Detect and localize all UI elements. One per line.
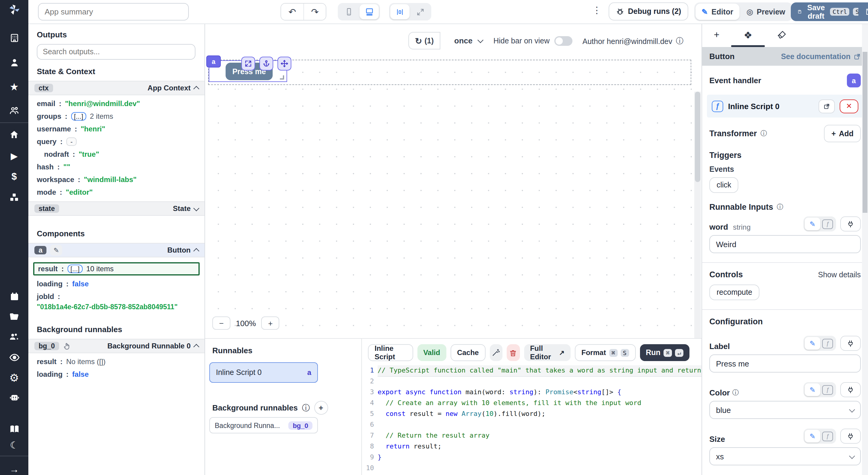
home-icon[interactable] (0, 129, 28, 140)
star-icon[interactable]: ★ (0, 82, 28, 93)
info-icon[interactable]: ⓘ (302, 402, 310, 413)
people-icon[interactable] (0, 105, 28, 116)
show-details-link[interactable]: Show details (818, 270, 861, 279)
code-area[interactable]: 12345678910 // TypeScript function calle… (362, 365, 702, 475)
ai-wand-button[interactable] (490, 344, 502, 361)
cache-button[interactable]: Cache (450, 344, 485, 361)
component-id-tag[interactable]: a (206, 56, 221, 68)
ctx-row-groups[interactable]: groups:[...]2 items (28, 112, 205, 121)
connect-plug-button[interactable] (840, 382, 861, 397)
undo-button[interactable]: ↶ (281, 4, 303, 20)
info-icon[interactable]: ⓘ (777, 203, 783, 212)
eval-mode-button[interactable]: ƒ (822, 431, 833, 441)
run-button[interactable]: Run ⌘↵ (640, 344, 689, 361)
background-runnable-item[interactable]: Background Runna... bg_0 (209, 417, 318, 433)
more-options-icon[interactable]: ⋮ (592, 5, 601, 16)
move-handle[interactable] (277, 57, 291, 71)
eval-mode-button[interactable]: ƒ (822, 219, 833, 229)
calendar-icon[interactable] (0, 291, 28, 302)
ctx-row-email[interactable]: email:"henri@windmill.dev" (28, 99, 205, 108)
person-icon[interactable] (0, 57, 28, 69)
deploy-button[interactable]: Deploy (858, 2, 868, 21)
app-summary-input[interactable] (38, 3, 189, 21)
building-icon[interactable] (0, 33, 28, 44)
tab-insert[interactable]: + (705, 24, 728, 46)
hide-bar-toggle[interactable] (554, 36, 572, 46)
click-event-pill[interactable]: click (709, 177, 739, 193)
window-scrollbar[interactable] (862, 24, 868, 475)
expand-array-chip[interactable]: [...] (71, 112, 86, 121)
bg0-result-row[interactable]: result:No items ([]) (28, 358, 205, 366)
bg0-loading-row[interactable]: loading:false (28, 370, 205, 379)
collapse-icon[interactable] (193, 248, 199, 254)
button-jobid-value[interactable]: "018b1a4e-62c7-db5b-8578-852ab8049511" (28, 303, 205, 310)
static-mode-button[interactable]: ✎ (805, 217, 820, 230)
tab-preview[interactable]: ◎ Preview (740, 4, 791, 20)
size-select[interactable]: xs (709, 447, 861, 465)
connect-plug-button[interactable] (840, 216, 861, 232)
mobile-view-button[interactable] (339, 4, 358, 19)
zoom-in-button[interactable]: + (261, 316, 280, 330)
debug-runs-button[interactable]: Debug runs (2) (609, 2, 688, 21)
search-outputs-input[interactable] (37, 44, 195, 60)
canvas-scrollbar[interactable] (694, 92, 701, 338)
schedule-dropdown[interactable]: once (451, 32, 487, 49)
eval-mode-button[interactable]: ƒ (822, 385, 833, 395)
button-jobid-row[interactable]: jobId: (28, 292, 205, 301)
desktop-view-button[interactable] (360, 4, 379, 19)
eye-icon[interactable] (0, 352, 28, 363)
cubes-icon[interactable] (0, 192, 28, 203)
info-icon[interactable]: ⓘ (732, 388, 739, 397)
button-component-header[interactable]: a ✎ Button (28, 243, 205, 258)
full-editor-button[interactable]: Full Editor ↗ (524, 344, 570, 361)
dollar-icon[interactable]: $ (0, 171, 28, 182)
tab-editor[interactable]: ✎ Editor (695, 4, 739, 20)
arrow-right-icon[interactable]: → (0, 464, 28, 475)
anchor-handle[interactable] (259, 57, 273, 71)
ctx-row-nodraft[interactable]: nodraft:"true" (28, 150, 205, 159)
collapse-icon[interactable] (193, 86, 199, 92)
book-icon[interactable] (0, 423, 28, 435)
expand-array-chip[interactable]: [...] (67, 265, 83, 273)
play-icon[interactable]: ▶ (0, 150, 28, 162)
info-icon[interactable]: ⓘ (676, 36, 683, 46)
zoom-out-button[interactable]: − (212, 316, 230, 330)
redo-button[interactable]: ↷ (303, 4, 326, 20)
bg0-section-header[interactable]: bg_0 Background Runnable 0 (28, 339, 205, 353)
ctx-row-query[interactable]: query:- (28, 137, 205, 146)
resize-handle[interactable] (280, 75, 284, 79)
word-input[interactable] (709, 235, 861, 253)
add-background-runnable-button[interactable]: + (314, 401, 328, 415)
edit-id-icon[interactable]: ✎ (50, 245, 62, 256)
robot-icon[interactable] (0, 392, 28, 403)
people-gear-icon[interactable] (0, 331, 28, 343)
static-mode-button[interactable]: ✎ (805, 383, 820, 396)
moon-icon[interactable]: ☾ (0, 440, 28, 451)
see-documentation-link[interactable]: See documentation (781, 52, 861, 61)
format-button[interactable]: Format ⌘S (575, 344, 636, 361)
tab-settings[interactable]: ❖ (736, 24, 760, 46)
expand-icon[interactable] (193, 205, 199, 211)
refresh-button[interactable]: ↻ (1) (408, 32, 440, 49)
add-transformer-button[interactable]: +Add (824, 125, 861, 142)
recompute-pill[interactable]: recompute (709, 284, 760, 300)
connect-plug-button[interactable] (840, 336, 861, 351)
save-draft-button[interactable]: Save draft CtrlS (791, 2, 868, 21)
canvas-grid[interactable]: Press me a − 100% + (205, 58, 702, 338)
connect-plug-button[interactable] (840, 429, 861, 444)
label-input[interactable] (709, 354, 861, 373)
remove-script-button[interactable]: ✕ (840, 99, 858, 113)
ctx-section-header[interactable]: ctx App Context (28, 81, 205, 95)
button-result-row[interactable]: result: [...] 10 items (33, 262, 200, 275)
delete-script-button[interactable] (507, 344, 520, 361)
inline-script-item[interactable]: Inline Script 0 a (209, 362, 318, 383)
info-icon[interactable]: ⓘ (761, 129, 767, 138)
windmill-logo[interactable] (0, 4, 28, 16)
eval-mode-button[interactable]: ƒ (822, 338, 833, 348)
expand-handle[interactable] (241, 57, 255, 71)
gear-icon[interactable]: ⚙ (0, 372, 28, 383)
static-mode-button[interactable]: ✎ (805, 337, 820, 350)
folder-icon[interactable] (0, 311, 28, 323)
tab-styling[interactable] (770, 24, 794, 46)
collapse-icon[interactable] (193, 344, 199, 350)
